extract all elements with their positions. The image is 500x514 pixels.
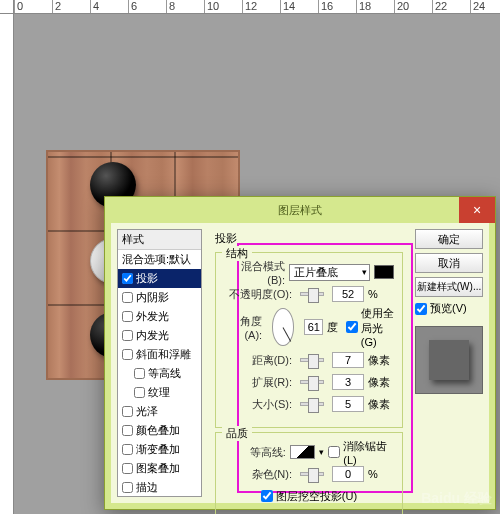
dialog-title: 图层样式: [278, 203, 322, 218]
style-checkbox[interactable]: [122, 463, 133, 474]
style-checkbox[interactable]: [122, 425, 133, 436]
style-item-label: 外发光: [136, 309, 169, 324]
style-list-item[interactable]: 图案叠加: [118, 459, 201, 478]
dialog-titlebar[interactable]: 图层样式 ×: [105, 197, 495, 223]
style-item-label: 斜面和浮雕: [136, 347, 191, 362]
spread-label: 扩展(R):: [224, 375, 292, 390]
dialog-body: 样式 混合选项:默认投影内阴影外发光内发光斜面和浮雕等高线纹理光泽颜色叠加渐变叠…: [111, 223, 489, 503]
distance-input[interactable]: 7: [332, 352, 364, 368]
ruler-tick: 8: [166, 0, 204, 13]
style-list-item[interactable]: 斜面和浮雕: [118, 345, 201, 364]
size-slider[interactable]: [300, 402, 324, 406]
angle-label: 角度(A):: [224, 314, 262, 341]
group-legend: 结构: [222, 246, 252, 261]
unit-px: 像素: [368, 397, 394, 412]
antialias-checkbox[interactable]: 消除锯齿(L): [328, 439, 394, 466]
spread-input[interactable]: 3: [332, 374, 364, 390]
ruler-tick: 6: [128, 0, 166, 13]
noise-slider[interactable]: [300, 472, 324, 476]
ruler-tick: 12: [242, 0, 280, 13]
style-checkbox[interactable]: [122, 349, 133, 360]
style-list-item[interactable]: 渐变叠加: [118, 440, 201, 459]
ok-button[interactable]: 确定: [415, 229, 483, 249]
style-list-item[interactable]: 投影: [118, 269, 201, 288]
style-list-item[interactable]: 混合选项:默认: [118, 250, 201, 269]
opacity-input[interactable]: 52: [332, 286, 364, 302]
preview-checkbox[interactable]: 预览(V): [415, 301, 483, 316]
style-checkbox[interactable]: [122, 273, 133, 284]
right-panel: 确定 取消 新建样式(W)... 预览(V): [415, 229, 483, 394]
style-list-item[interactable]: 外发光: [118, 307, 201, 326]
preview-swatch: [429, 340, 469, 380]
opacity-slider[interactable]: [300, 292, 324, 296]
style-checkbox[interactable]: [122, 311, 133, 322]
style-item-label: 等高线: [148, 366, 181, 381]
ruler-tick: 14: [280, 0, 318, 13]
blend-mode-label: 混合模式(B):: [224, 259, 285, 286]
style-item-label: 混合选项:默认: [122, 252, 191, 267]
ruler-vertical: [0, 14, 14, 514]
noise-input[interactable]: 0: [332, 466, 364, 482]
blend-mode-select[interactable]: 正片叠底: [289, 264, 370, 281]
structure-group: 结构 混合模式(B): 正片叠底 不透明度(O): 52 % 角度(A): 61…: [215, 252, 403, 428]
ruler-tick: 4: [90, 0, 128, 13]
ruler-horizontal: 024681012141618202224: [14, 0, 500, 14]
style-checkbox[interactable]: [134, 368, 145, 379]
group-legend: 品质: [222, 426, 252, 441]
style-list-header: 样式: [118, 230, 201, 250]
ruler-tick: 24: [470, 0, 500, 13]
style-list-item[interactable]: 描边: [118, 478, 201, 497]
contour-label: 等高线:: [224, 445, 286, 460]
style-list-item[interactable]: 光泽: [118, 402, 201, 421]
style-checkbox[interactable]: [122, 292, 133, 303]
style-checkbox[interactable]: [122, 330, 133, 341]
style-list-item[interactable]: 颜色叠加: [118, 421, 201, 440]
ruler-tick: 22: [432, 0, 470, 13]
preview-box: [415, 326, 483, 394]
watermark: Baidu 经验: [421, 490, 492, 508]
angle-dial[interactable]: [272, 308, 294, 346]
unit-px: 像素: [368, 353, 394, 368]
settings-pane: 投影 结构 混合模式(B): 正片叠底 不透明度(O): 52 % 角度(A):: [209, 229, 409, 497]
cancel-button[interactable]: 取消: [415, 253, 483, 273]
size-label: 大小(S):: [224, 397, 292, 412]
style-item-label: 颜色叠加: [136, 423, 180, 438]
global-light-checkbox[interactable]: 使用全局光(G): [346, 306, 394, 348]
style-checkbox[interactable]: [134, 387, 145, 398]
style-item-label: 纹理: [148, 385, 170, 400]
ruler-tick: 10: [204, 0, 242, 13]
style-list-item[interactable]: 内发光: [118, 326, 201, 345]
knockout-checkbox[interactable]: 图层挖空投影(U): [261, 489, 357, 504]
size-input[interactable]: 5: [332, 396, 364, 412]
distance-label: 距离(D):: [224, 353, 292, 368]
style-list-item[interactable]: 纹理: [118, 383, 201, 402]
ruler-tick: 2: [52, 0, 90, 13]
style-item-label: 图案叠加: [136, 461, 180, 476]
new-style-button[interactable]: 新建样式(W)...: [415, 277, 483, 297]
ruler-tick: 0: [14, 0, 52, 13]
spread-slider[interactable]: [300, 380, 324, 384]
ruler-corner: [0, 0, 14, 14]
style-checkbox[interactable]: [122, 482, 133, 493]
style-checkbox[interactable]: [122, 444, 133, 455]
close-button[interactable]: ×: [459, 197, 495, 223]
unit-pct: 像素: [368, 375, 394, 390]
style-list-item[interactable]: 内阴影: [118, 288, 201, 307]
distance-slider[interactable]: [300, 358, 324, 362]
unit-deg: 度: [327, 320, 342, 335]
shadow-color-swatch[interactable]: [374, 265, 394, 279]
ruler-tick: 16: [318, 0, 356, 13]
noise-label: 杂色(N):: [224, 467, 292, 482]
unit-pct: %: [368, 468, 394, 480]
contour-picker[interactable]: [290, 445, 316, 459]
style-checkbox[interactable]: [122, 406, 133, 417]
style-list-item[interactable]: 等高线: [118, 364, 201, 383]
style-item-label: 投影: [136, 271, 158, 286]
style-item-label: 内发光: [136, 328, 169, 343]
ruler-tick: 18: [356, 0, 394, 13]
opacity-label: 不透明度(O):: [224, 287, 292, 302]
style-list: 样式 混合选项:默认投影内阴影外发光内发光斜面和浮雕等高线纹理光泽颜色叠加渐变叠…: [117, 229, 202, 497]
angle-input[interactable]: 61: [304, 319, 323, 335]
style-item-label: 内阴影: [136, 290, 169, 305]
unit-percent: %: [368, 288, 394, 300]
